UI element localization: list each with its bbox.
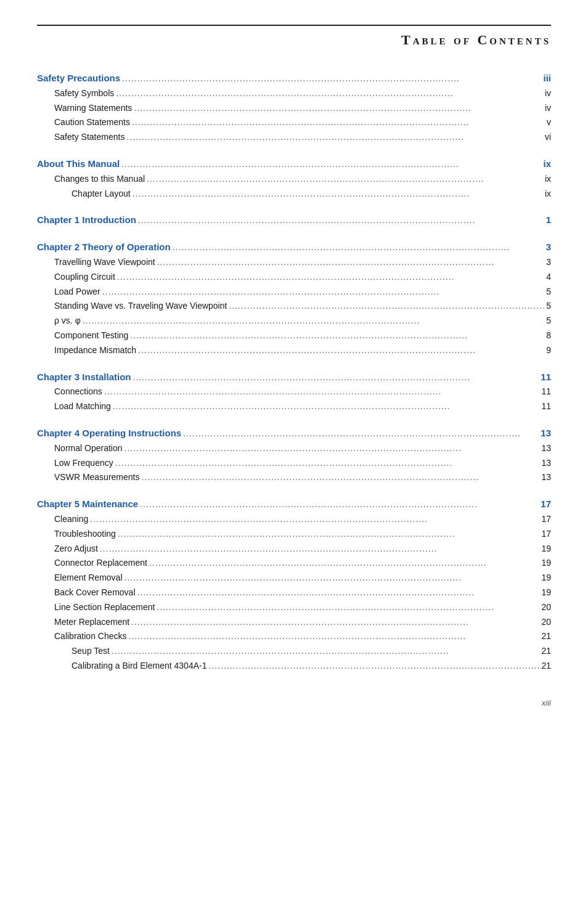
toc-sub-page: 19 [541, 585, 551, 600]
toc-sub-label: Troubleshooting [54, 527, 116, 542]
toc-sub-entry[interactable]: Calibrating a Bird Element 4304A-1 .....… [37, 659, 551, 674]
toc-dots: ........................................… [116, 527, 542, 542]
toc-entry-about-this-manual[interactable]: About This Manual ......................… [37, 156, 551, 172]
toc-sub-page: 9 [546, 343, 551, 358]
toc-label-safety-precautions[interactable]: Safety Precautions [37, 70, 120, 86]
toc-entry-chapter2[interactable]: Chapter 2 Theory of Operation ..........… [37, 239, 551, 255]
toc-sub-label: Line Section Replacement [54, 600, 155, 615]
toc-label-chapter2[interactable]: Chapter 2 Theory of Operation [37, 239, 171, 255]
toc-sub-page: 21 [541, 644, 551, 659]
toc-sub-entry[interactable]: Component Testing ......................… [37, 328, 551, 343]
toc-sub-entry[interactable]: Cleaning ...............................… [37, 512, 551, 527]
toc-sub-label: Calibrating a Bird Element 4304A-1 [71, 659, 206, 674]
toc-entry-chapter1[interactable]: Chapter 1 Introduction .................… [37, 212, 551, 228]
toc-dots: ........................................… [155, 255, 547, 270]
toc-label-chapter5[interactable]: Chapter 5 Maintenance [37, 496, 138, 512]
toc-sub-entry[interactable]: Meter Replacement ......................… [37, 615, 551, 630]
toc-sub-entry[interactable]: Low Frequency ..........................… [37, 456, 551, 471]
toc-sub-entry[interactable]: Coupling Circuit .......................… [37, 270, 551, 285]
toc-sub-label: Cleaning [54, 512, 88, 527]
toc-sub-entry[interactable]: Impedance Mismatch .....................… [37, 343, 551, 358]
toc-dots: ........................................… [132, 101, 545, 116]
toc-sub-entry[interactable]: Changes to this Manual .................… [37, 172, 551, 187]
toc-label-chapter1[interactable]: Chapter 1 Introduction [37, 212, 136, 228]
toc-sub-page: ix [545, 172, 551, 187]
toc-dots: ........................................… [136, 213, 546, 228]
toc-sub-label: Connections [54, 385, 102, 399]
toc-sub-label: Meter Replacement [54, 615, 129, 630]
toc-sub-entry[interactable]: Load Power .............................… [37, 285, 551, 300]
toc-sub-entry[interactable]: Connections ............................… [37, 385, 551, 399]
toc-sub-entry[interactable]: Caution Statements .....................… [37, 115, 551, 130]
toc-page-chapter2: 3 [546, 239, 551, 255]
toc-section-about-this-manual: About This Manual ......................… [37, 156, 551, 201]
toc-dots: ........................................… [81, 314, 546, 328]
toc-dots: ........................................… [98, 542, 542, 556]
toc-sub-page: 3 [546, 255, 551, 270]
toc-section-chapter3: Chapter 3 Installation .................… [37, 369, 551, 414]
toc-sub-label: Impedance Mismatch [54, 343, 136, 358]
toc-dots: ........................................… [139, 470, 541, 485]
toc-section-chapter4: Chapter 4 Operating Instructions .......… [37, 425, 551, 485]
toc-sub-page: 8 [546, 328, 551, 343]
toc-sub-page: iv [545, 86, 551, 101]
toc-entry-safety-precautions[interactable]: Safety Precautions .....................… [37, 70, 551, 86]
toc-sub-label: Coupling Circuit [54, 270, 115, 285]
toc-sub-entry[interactable]: Troubleshooting ........................… [37, 527, 551, 542]
toc-sub-entry[interactable]: Standing Wave vs. Traveling Wave Viewpoi… [37, 299, 551, 314]
toc-sub-entry[interactable]: ρ vs. φ ................................… [37, 314, 551, 328]
toc-sub-label: Safety Statements [54, 130, 125, 145]
toc-sub-label: VSWR Measurements [54, 470, 139, 485]
toc-sub-entry[interactable]: Normal Operation .......................… [37, 441, 551, 456]
toc-sub-entry[interactable]: Back Cover Removal .....................… [37, 585, 551, 600]
toc-sub-label: Seup Test [71, 644, 110, 659]
toc-dots: ........................................… [206, 659, 541, 674]
toc-entry-chapter4[interactable]: Chapter 4 Operating Instructions .......… [37, 425, 551, 441]
toc-sub-page: 17 [541, 512, 551, 527]
toc-sub-entry[interactable]: Connector Replacement ..................… [37, 556, 551, 571]
toc-page-chapter3: 11 [541, 369, 551, 385]
toc-label-chapter4[interactable]: Chapter 4 Operating Instructions [37, 425, 181, 441]
toc-sub-page: 19 [541, 556, 551, 571]
toc-sub-entry[interactable]: Seup Test ..............................… [37, 644, 551, 659]
toc-dots: ........................................… [138, 497, 541, 512]
toc-sub-entry[interactable]: VSWR Measurements ......................… [37, 470, 551, 485]
toc-sub-entry[interactable]: Line Section Replacement ...............… [37, 600, 551, 615]
toc-sub-entry[interactable]: Safety Statements ......................… [37, 130, 551, 145]
toc-dots: ........................................… [120, 71, 543, 86]
toc-sub-entry[interactable]: Calibration Checks .....................… [37, 629, 551, 644]
toc-sub-entry[interactable]: Load Matching ..........................… [37, 399, 551, 414]
toc-dots: ........................................… [130, 115, 547, 130]
toc-sub-label: Safety Symbols [54, 86, 114, 101]
toc-sub-label: Zero Adjust [54, 542, 98, 556]
toc-sub-page: 19 [541, 571, 551, 585]
toc-page-about-this-manual: ix [543, 156, 551, 172]
toc-sub-label: Changes to this Manual [54, 172, 145, 187]
toc-entry-chapter3[interactable]: Chapter 3 Installation .................… [37, 369, 551, 385]
toc-sub-label: Low Frequency [54, 456, 113, 471]
toc-sub-entry[interactable]: Safety Symbols .........................… [37, 86, 551, 101]
toc-section-chapter2: Chapter 2 Theory of Operation ..........… [37, 239, 551, 357]
toc-page-safety-precautions: iii [543, 70, 551, 86]
toc-sub-label: Calibration Checks [54, 629, 127, 644]
toc-dots: ........................................… [171, 240, 546, 255]
toc-sub-entry[interactable]: Element Removal ........................… [37, 571, 551, 585]
toc-entry-chapter5[interactable]: Chapter 5 Maintenance ..................… [37, 496, 551, 512]
toc-sub-entry[interactable]: Chapter Layout .........................… [37, 187, 551, 202]
toc-label-chapter3[interactable]: Chapter 3 Installation [37, 369, 131, 385]
toc-section-safety-precautions: Safety Precautions .....................… [37, 70, 551, 145]
toc-dots: ........................................… [131, 370, 541, 385]
toc-sub-page: v [547, 115, 551, 130]
toc-sub-label: Caution Statements [54, 115, 130, 130]
toc-sub-entry[interactable]: Travelling Wave Viewpoint ..............… [37, 255, 551, 270]
page-title: Table of Contents [37, 32, 551, 48]
toc-section-chapter1: Chapter 1 Introduction .................… [37, 212, 551, 228]
toc-sub-page: 20 [541, 615, 551, 630]
toc-sub-entry[interactable]: Warning Statements .....................… [37, 101, 551, 116]
toc-dots: ........................................… [145, 172, 545, 187]
toc-sub-entry[interactable]: Zero Adjust ............................… [37, 542, 551, 556]
bottom-page-number: xiii [37, 698, 551, 707]
top-rule [37, 25, 551, 26]
toc-sub-label: Back Cover Removal [54, 585, 136, 600]
toc-label-about-this-manual[interactable]: About This Manual [37, 156, 120, 172]
